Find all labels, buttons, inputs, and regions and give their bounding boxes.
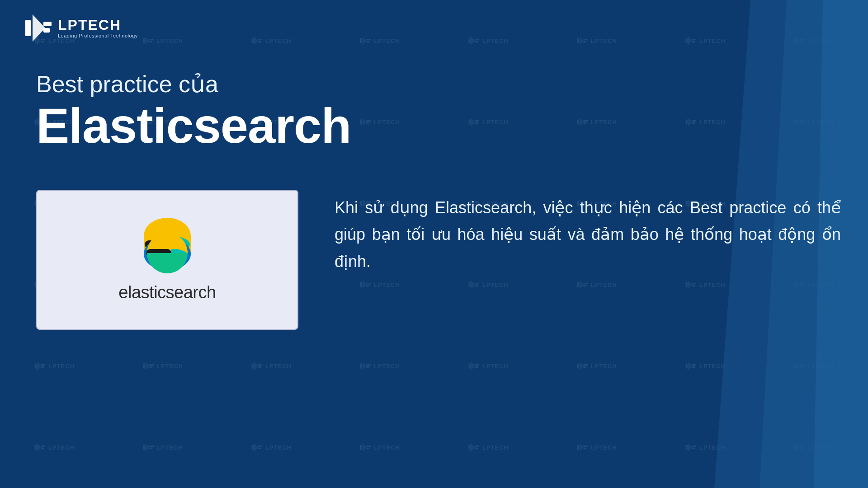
elasticsearch-icon bbox=[131, 218, 203, 272]
title-area: Best practice của Elasticsearch bbox=[36, 70, 351, 153]
logo-area: LPTECH Leading Professional Technology bbox=[23, 13, 138, 43]
svg-marker-193 bbox=[33, 14, 45, 42]
brand-name: LPTECH bbox=[58, 18, 138, 32]
slide-subtitle: Best practice của bbox=[36, 70, 351, 98]
brand-tagline: Leading Professional Technology bbox=[58, 33, 138, 38]
elasticsearch-logo-text: elasticsearch bbox=[118, 283, 216, 302]
logo-text: LPTECH Leading Professional Technology bbox=[58, 18, 138, 38]
svg-rect-192 bbox=[25, 20, 31, 36]
slide-main-title: Elasticsearch bbox=[36, 98, 351, 153]
description-area: Khi sử dụng Elasticsearch, việc thực hiệ… bbox=[335, 190, 841, 275]
description-text: Khi sử dụng Elasticsearch, việc thực hiệ… bbox=[335, 194, 841, 275]
slide-content: LPTECH Leading Professional Technology B… bbox=[0, 0, 868, 488]
elasticsearch-logo-card: elasticsearch bbox=[36, 190, 298, 330]
svg-rect-195 bbox=[43, 28, 50, 33]
bottom-content-area: elasticsearch Khi sử dụng Elasticsearch,… bbox=[36, 190, 841, 330]
logo-icon bbox=[23, 13, 53, 43]
svg-rect-194 bbox=[43, 22, 52, 26]
